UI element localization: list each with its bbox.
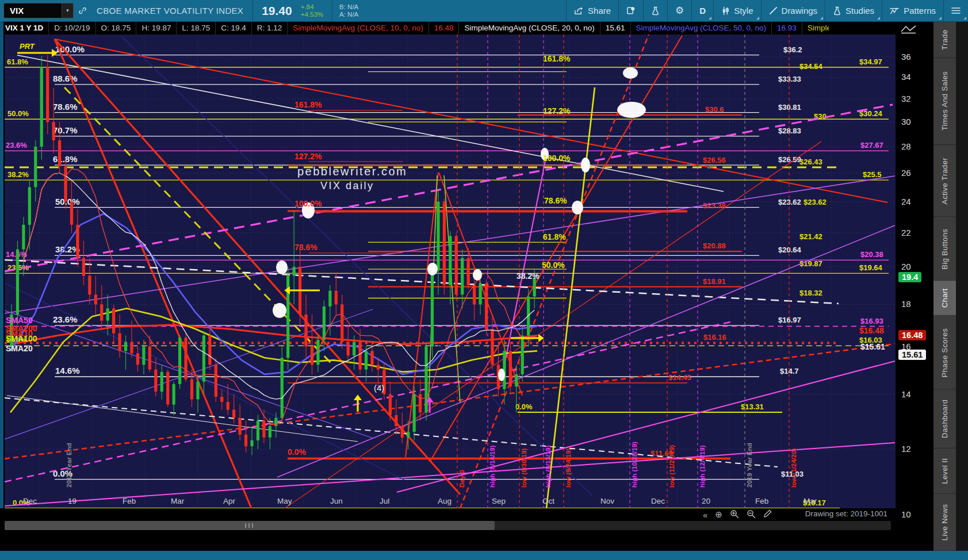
status-segment: R: 1.12 xyxy=(252,22,288,34)
top-toolbar: VIX ▼ CBOE MARKET VOLATILITY INDEX 19.40… xyxy=(0,0,968,22)
svg-text:0.0%: 0.0% xyxy=(515,402,533,411)
zoom-out-icon[interactable] xyxy=(747,509,756,520)
zoom-in-icon[interactable] xyxy=(730,509,739,520)
svg-text:high (8/14/19): high (8/14/19) xyxy=(489,445,496,488)
svg-text:high (9/13/19): high (9/13/19) xyxy=(545,445,552,488)
svg-text:PRT: PRT xyxy=(20,42,35,51)
svg-text:14.6%: 14.6% xyxy=(55,366,80,375)
study-label-clipped: SimpleMovingAvg xyxy=(802,22,829,34)
svg-text:low (1/24/20): low (1/24/20) xyxy=(790,448,797,488)
tab-chart[interactable]: Chart xyxy=(933,281,956,316)
svg-text:Feb: Feb xyxy=(123,497,136,505)
style-button[interactable]: Style xyxy=(714,0,760,22)
axis-tick: 18 xyxy=(901,299,911,309)
flask-icon xyxy=(833,6,841,16)
crosshair-icon[interactable]: ⊕ xyxy=(715,509,722,520)
window-bottom-edge xyxy=(0,551,968,560)
gadget-tab-strip: TradeTimes And SalesActive TraderBig But… xyxy=(933,22,956,551)
divider xyxy=(332,0,332,22)
svg-text:$20.64: $20.64 xyxy=(778,246,802,254)
svg-text:$25.5: $25.5 xyxy=(863,170,882,179)
pattern-zigzag-icon xyxy=(890,7,900,15)
svg-text:$27.67: $27.67 xyxy=(860,141,883,149)
symbol-input[interactable]: VIX ▼ xyxy=(3,3,74,18)
pan-left-icon[interactable]: « xyxy=(703,510,707,520)
axis-tick: 32 xyxy=(901,94,911,103)
scrollbar-thumb[interactable] xyxy=(5,521,495,530)
tab-big-buttons[interactable]: Big Buttons xyxy=(933,217,956,281)
chart-menu-button[interactable] xyxy=(944,0,968,22)
tab-phase-scores[interactable]: Phase Scores xyxy=(933,316,956,390)
svg-text:$36.2: $36.2 xyxy=(783,45,802,54)
svg-text:$26.59: $26.59 xyxy=(778,155,801,164)
status-segment: L: 18.75 xyxy=(177,22,216,34)
symbol-dropdown-caret-icon[interactable]: ▼ xyxy=(62,3,73,18)
svg-text:50.0%: 50.0% xyxy=(542,260,565,270)
tab-times-and-sales[interactable]: Times And Sales xyxy=(933,58,956,145)
price-levels: $36.2100.0%$33.3388.6%$30.8178.6%$28.837… xyxy=(5,44,889,508)
study-label[interactable]: SimpleMovingAvg (CLOSE, 10, 0, no) xyxy=(288,22,428,34)
document-info-icon xyxy=(626,6,636,15)
svg-text:$26.43: $26.43 xyxy=(799,158,822,166)
drawings-button[interactable]: Drawings xyxy=(762,0,825,22)
draw-pencil-icon[interactable] xyxy=(763,509,772,520)
tab-dashboard[interactable]: Dashboard xyxy=(933,389,956,448)
quick-study-button[interactable] xyxy=(644,0,667,22)
patterns-button[interactable]: Patterns xyxy=(882,0,943,22)
svg-text:70.7%: 70.7% xyxy=(53,125,78,135)
svg-text:$18.32: $18.32 xyxy=(799,289,822,297)
ohlc-status-row: VIX 1 Y 1DD: 10/2/19O: 18.75H: 19.87L: 1… xyxy=(0,22,896,34)
hamburger-menu-icon xyxy=(951,7,961,14)
svg-text:$34.54: $34.54 xyxy=(799,62,823,71)
svg-text:78.6%: 78.6% xyxy=(294,243,317,252)
axis-tick: 26 xyxy=(901,168,911,178)
tab-live-news[interactable]: Live News xyxy=(933,494,956,551)
status-segment: C: 19.4 xyxy=(216,22,252,34)
price-axis[interactable]: 363432302826242220181614121019.416.4815.… xyxy=(896,22,933,551)
price-change: +.84+4.53% xyxy=(301,3,323,18)
gear-icon: ⚙ xyxy=(675,5,684,17)
svg-text:Feb: Feb xyxy=(755,497,768,505)
axis-tick: 14 xyxy=(901,389,911,399)
svg-text:$20.38: $20.38 xyxy=(860,250,883,259)
status-segment: O: 18.75 xyxy=(96,22,137,34)
svg-text:$34.97: $34.97 xyxy=(859,57,882,66)
axis-tick: 10 xyxy=(901,509,911,519)
tab-active-trader[interactable]: Active Trader xyxy=(933,145,956,217)
studies-button[interactable]: Studies xyxy=(825,0,882,22)
symbol-value: VIX xyxy=(10,6,24,16)
scrollbar-grip[interactable] xyxy=(245,523,254,528)
timeframe-button[interactable]: D xyxy=(692,0,713,22)
svg-text:23.6%: 23.6% xyxy=(6,141,27,149)
time-axis-labels: Dec19FebMarAprMayJunJulAugSepOctNovDec20… xyxy=(23,497,817,505)
settings-button[interactable]: ⚙ xyxy=(668,0,691,22)
svg-text:$30.81: $30.81 xyxy=(778,103,801,112)
study-label[interactable]: SimpleMovingAvg (CLOSE, 50, 0, no) xyxy=(631,22,772,34)
tab-trade[interactable]: Trade xyxy=(933,22,956,58)
svg-text:127.2%: 127.2% xyxy=(294,152,322,161)
svg-text:Jun: Jun xyxy=(330,497,343,505)
chart-canvas[interactable]: $36.2100.0%$33.3388.6%$30.8178.6%$28.837… xyxy=(5,34,896,508)
tab-level-ii[interactable]: Level II xyxy=(933,448,956,494)
svg-text:Nov: Nov xyxy=(600,497,614,505)
time-scrollbar[interactable] xyxy=(5,521,891,530)
svg-text:Jul: Jul xyxy=(380,497,389,505)
chart-footer: « ⊕ Drawing set: 2019-1001 xyxy=(0,508,896,551)
svg-text:$20.88: $20.88 xyxy=(703,241,726,250)
svg-text:23.6%: 23.6% xyxy=(53,314,78,324)
svg-text:(4): (4) xyxy=(374,383,384,393)
chart-style-toggle-icon[interactable] xyxy=(900,24,917,36)
axis-tick: 24 xyxy=(901,197,911,206)
svg-text:May: May xyxy=(277,497,292,505)
svg-text:Aug: Aug xyxy=(438,497,452,505)
last-price: 19.40 xyxy=(262,4,292,18)
share-button[interactable]: Share xyxy=(567,0,618,22)
svg-text:high (10/28/19): high (10/28/19) xyxy=(631,442,638,488)
svg-text:$14.45: $14.45 xyxy=(668,373,691,382)
link-icon[interactable] xyxy=(78,6,87,15)
onDemand-button[interactable] xyxy=(619,0,643,22)
svg-text:127.2%: 127.2% xyxy=(543,106,571,116)
svg-text:38.2%: 38.2% xyxy=(7,170,29,179)
svg-text:2018 Year End: 2018 Year End xyxy=(66,443,72,488)
study-label[interactable]: SimpleMovingAvg (CLOSE, 20, 0, no) xyxy=(459,22,600,34)
